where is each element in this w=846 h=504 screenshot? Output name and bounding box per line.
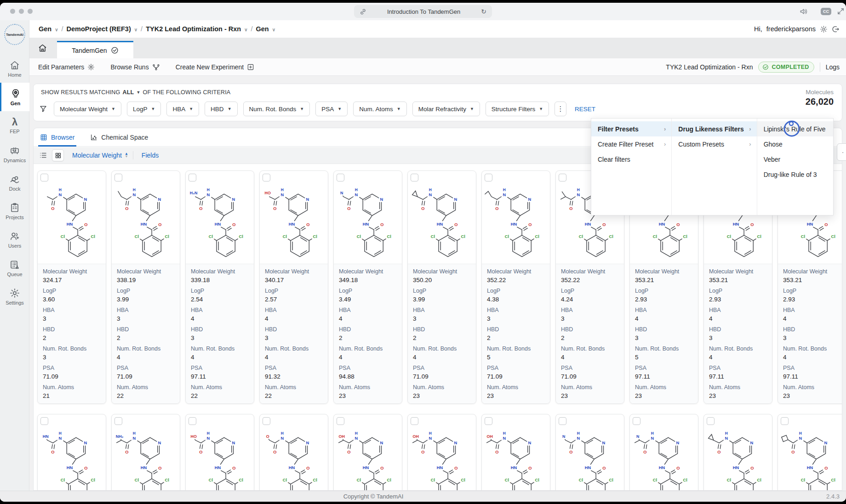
molecule-checkbox[interactable] — [40, 174, 48, 181]
reload-icon[interactable]: ↻ — [481, 8, 486, 15]
closed-captions-icon[interactable]: CC — [821, 8, 831, 15]
molecule-checkbox[interactable] — [559, 417, 566, 425]
fullscreen-icon[interactable] — [837, 7, 845, 15]
molecule-checkbox[interactable] — [411, 174, 418, 181]
edit-parameters-button[interactable]: Edit Parameters — [38, 63, 95, 71]
molecule-checkbox[interactable] — [485, 174, 492, 181]
molecule-card[interactable]: NHNOHOHNOClCl — [185, 414, 254, 490]
tab-browser[interactable]: Browser — [38, 128, 76, 147]
property-label: HBA — [265, 306, 323, 314]
molecule-checkbox[interactable] — [263, 417, 270, 425]
chevron-down-icon[interactable]: ∨ — [244, 27, 247, 32]
molecule-checkbox[interactable] — [114, 417, 122, 425]
chevron-down-icon[interactable]: ∨ — [134, 27, 137, 32]
list-view-button[interactable] — [39, 151, 47, 159]
create-new-experiment-button[interactable]: Create New Experiment — [176, 63, 255, 71]
molecule-checkbox[interactable] — [263, 174, 270, 181]
chevron-down-icon[interactable]: ∨ — [55, 27, 58, 32]
molecule-card[interactable]: NHNOHNOClClMolecular Weight350.20LogP3.9… — [407, 170, 476, 404]
sidebar-item-queue[interactable]: Queue — [0, 254, 29, 282]
molecule-card[interactable]: NHNOHOHNOClClMolecular Weight340.17LogP2… — [259, 170, 328, 404]
edge-overflow-button[interactable]: · — [837, 143, 846, 161]
window-close-button[interactable] — [10, 9, 15, 14]
molecule-card[interactable]: NHNOOHHNOClCl — [333, 414, 402, 490]
filter-button-molar-refractivity[interactable]: Molar Refractivity▼ — [412, 102, 480, 116]
menu-item-ghose[interactable]: Ghose — [757, 136, 833, 152]
sidebar-item-dynamics[interactable]: Dynamics — [0, 140, 29, 168]
molecule-checkbox[interactable] — [189, 417, 196, 425]
molecule-card[interactable]: NHNOHNOClCl — [777, 414, 842, 490]
molecule-card[interactable]: NHNOOHHNOClCl — [481, 414, 550, 490]
molecule-checkbox[interactable] — [781, 417, 789, 425]
breadcrumb-item[interactable]: TYK2 Lead Optimization - Rxn — [146, 25, 241, 33]
sidebar-item-dock[interactable]: Dock — [0, 168, 29, 197]
window-minimize-button[interactable] — [19, 9, 24, 14]
home-tab[interactable] — [38, 43, 47, 53]
molecule-card[interactable]: NHNOHNOClCl — [703, 414, 772, 490]
logout-icon[interactable] — [832, 25, 840, 33]
molecule-card[interactable]: NHNOOHHNOClCl — [407, 414, 476, 490]
menu-item-clear-filters[interactable]: Clear filters — [591, 152, 671, 167]
sort-field-selector[interactable]: Molecular Weight ▲▼ — [72, 152, 128, 159]
sidebar-item-home[interactable]: Home — [0, 54, 29, 83]
molecule-checkbox[interactable] — [411, 417, 418, 425]
filter-button-structure-filters[interactable]: Structure Filters▼ — [486, 102, 549, 116]
filter-button-logp[interactable]: LogP▼ — [127, 102, 161, 116]
fields-button[interactable]: Fields — [142, 152, 159, 159]
tab-chemical-space[interactable]: Chemical Space — [88, 128, 150, 147]
match-mode-select[interactable]: ALL — [123, 89, 134, 96]
menu-item-drug-likeness-filters[interactable]: Drug Likeness Filters› — [672, 121, 756, 136]
sidebar-item-gen[interactable]: Gen — [0, 83, 29, 111]
menu-item-veber[interactable]: Veber — [757, 152, 833, 167]
molecule-checkbox[interactable] — [114, 174, 122, 181]
breadcrumb-item[interactable]: Gen — [256, 25, 269, 33]
molecule-checkbox[interactable] — [633, 417, 640, 425]
reset-filters-button[interactable]: RESET — [575, 106, 595, 113]
filter-button-hbd[interactable]: HBD▼ — [205, 102, 237, 116]
filter-button-num-rot-bonds[interactable]: Num. Rot. Bonds▼ — [243, 102, 310, 116]
sidebar-item-fep[interactable]: λFEP — [0, 111, 29, 140]
molecule-checkbox[interactable] — [707, 417, 715, 425]
molecule-card[interactable]: NHNONHNOClCl — [555, 414, 624, 490]
browse-runs-button[interactable]: Browse Runs — [110, 63, 160, 71]
molecule-card[interactable]: NHNONH₂HNOClCl — [111, 414, 180, 490]
menu-item-filter-presets[interactable]: Filter Presets› — [591, 121, 671, 136]
molecule-checkbox[interactable] — [189, 174, 196, 181]
tab-tandemgen[interactable]: TandemGen — [57, 41, 133, 58]
molecule-checkbox[interactable] — [485, 417, 492, 425]
molecule-card[interactable]: NHNOHNOClClMolecular Weight324.17LogP3.6… — [37, 170, 106, 404]
menu-item-custom-presets[interactable]: Custom Presets› — [672, 136, 756, 152]
breadcrumb-item[interactable]: DemoProject (REF3) — [67, 25, 131, 33]
sidebar-item-projects[interactable]: Projects — [0, 197, 29, 225]
molecule-checkbox[interactable] — [40, 417, 48, 425]
filter-button-molecular-weight[interactable]: Molecular Weight▼ — [54, 102, 121, 116]
molecule-checkbox[interactable] — [559, 174, 566, 181]
volume-icon[interactable] — [800, 8, 808, 15]
molecule-card[interactable]: NHNOH₂NHNOClClMolecular Weight339.18LogP… — [185, 170, 254, 404]
sidebar-item-settings[interactable]: Settings — [0, 282, 29, 311]
grid-view-button[interactable] — [52, 149, 64, 161]
url-bar[interactable]: Introduction To TandemGen ↻ — [354, 5, 492, 18]
filter-button-psa[interactable]: PSA▼ — [315, 102, 348, 116]
molecule-card[interactable]: NHNONHNOClCl — [629, 414, 698, 490]
filter-button-num-atoms[interactable]: Num. Atoms▼ — [353, 102, 406, 116]
filter-overflow-kebab-button[interactable]: ⋮ — [554, 102, 566, 116]
check-circle-icon — [762, 64, 769, 70]
logs-button[interactable]: Logs — [826, 63, 840, 71]
menu-item-create-filter-preset[interactable]: Create Filter Preset› — [591, 136, 671, 152]
breadcrumb-item[interactable]: Gen — [39, 25, 51, 33]
molecule-card[interactable]: NHNOOHNOClCl — [259, 414, 328, 490]
molecule-card[interactable]: NHNOHNOClClMolecular Weight338.19LogP3.9… — [111, 170, 180, 404]
molecule-card[interactable]: NHNOHNHNOClCl — [37, 414, 106, 490]
molecule-checkbox[interactable] — [337, 417, 344, 425]
molecule-card[interactable]: NHNONHNOClClMolecular Weight349.18LogP3.… — [333, 170, 402, 404]
molecule-card[interactable]: NHNOHNOClClMolecular Weight352.22LogP4.3… — [481, 170, 550, 404]
chevron-down-icon[interactable]: ∨ — [272, 27, 275, 32]
filter-button-hba[interactable]: HBA▼ — [166, 102, 199, 116]
sort-direction-icon[interactable]: ▲▼ — [125, 153, 128, 158]
molecule-checkbox[interactable] — [337, 174, 344, 181]
window-zoom-button[interactable] — [28, 9, 33, 14]
sidebar-item-users[interactable]: Users — [0, 225, 29, 254]
user-settings-gear-icon[interactable] — [820, 25, 828, 33]
menu-item-drug-like-rule-of-3[interactable]: Drug-like Rule of 3 — [757, 167, 833, 182]
